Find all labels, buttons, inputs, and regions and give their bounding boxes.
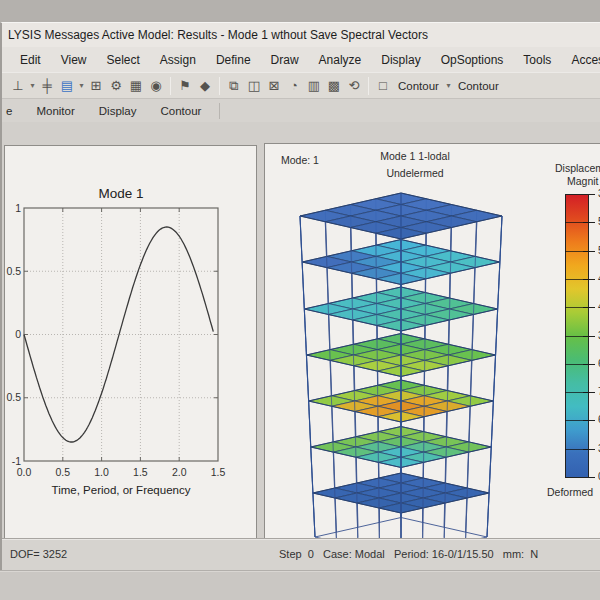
menu-item-tools[interactable]: Tools bbox=[513, 50, 561, 70]
toolbar-separator bbox=[219, 77, 220, 95]
layers-icon[interactable]: ▤ bbox=[57, 76, 77, 96]
columns-icon[interactable]: ▥ bbox=[304, 76, 324, 96]
sphere-icon[interactable]: ◉ bbox=[146, 76, 166, 96]
tab-row: eMonitorDisplayContour bbox=[2, 98, 600, 122]
dropdown-arrow-icon[interactable]: ▾ bbox=[77, 81, 86, 90]
table-icon[interactable]: ▦ bbox=[126, 76, 146, 96]
desktop: LYSIS Messages Active Model: Results - M… bbox=[0, 0, 600, 600]
tab-row-separator bbox=[219, 103, 220, 119]
pie-icon[interactable]: ◔ bbox=[284, 76, 304, 96]
workspace: Mode 10.00.51.01.52.01.510.500.5-1Time, … bbox=[2, 122, 600, 538]
app-window: LYSIS Messages Active Model: Results - M… bbox=[0, 22, 600, 570]
deformed-label: Deformed bbox=[547, 486, 593, 498]
menu-item-edit[interactable]: Edit bbox=[10, 50, 51, 70]
contour-folder-icon[interactable]: □ bbox=[373, 76, 393, 96]
x-axis-label: Time, Period, or Frequency bbox=[52, 484, 191, 496]
chart-check-icon[interactable]: ⊠ bbox=[264, 76, 284, 96]
x-tick-label: 0.5 bbox=[55, 466, 70, 478]
tab-monitor[interactable]: Monitor bbox=[24, 101, 86, 121]
y-tick-label: -1 bbox=[12, 455, 21, 467]
tab-contour[interactable]: Contour bbox=[148, 101, 213, 121]
model-view-panel[interactable]: Mode: 1 Mode 1 1-lodal Undelermed Displa… bbox=[264, 143, 600, 555]
grid-icon[interactable]: ⊞ bbox=[86, 76, 106, 96]
flag-icon[interactable]: ⚑ bbox=[175, 76, 195, 96]
dof-status: DOF= 3252 bbox=[10, 548, 67, 560]
toolbar-separator bbox=[170, 77, 171, 95]
legend-title-line2: Magnit bbox=[567, 175, 599, 187]
toolbar-separator bbox=[368, 77, 369, 95]
paste-icon[interactable]: ◫ bbox=[244, 76, 264, 96]
tab-e[interactable]: e bbox=[2, 101, 24, 121]
x-tick-label: 1.5 bbox=[211, 466, 226, 478]
legend-tick bbox=[583, 194, 595, 195]
contour-button-2[interactable]: Contour bbox=[453, 80, 504, 92]
blocks-icon[interactable]: ▩ bbox=[324, 76, 344, 96]
title-bar[interactable]: LYSIS Messages Active Model: Results - M… bbox=[2, 23, 600, 47]
y-tick-label: 0.5 bbox=[6, 265, 21, 277]
tab-display[interactable]: Display bbox=[87, 101, 149, 121]
contour-legend: 350504430670630 bbox=[565, 194, 600, 478]
rotate-3d-icon[interactable]: ⟲ bbox=[344, 76, 364, 96]
y-tick-label: 1 bbox=[15, 202, 21, 214]
plot-title: Mode 1 bbox=[98, 186, 143, 201]
menu-item-access[interactable]: Access bbox=[561, 50, 600, 70]
legend-title-line1: Displacem bbox=[555, 162, 600, 174]
menu-item-draw[interactable]: Draw bbox=[261, 50, 309, 70]
mode-shape-curve bbox=[24, 227, 213, 442]
window-title: LYSIS Messages Active Model: Results - M… bbox=[8, 28, 428, 42]
dropdown-arrow-icon[interactable]: ▾ bbox=[28, 81, 37, 90]
toolbar: ⊥▾╪▤▾⊞⚙▦◉⚑◆⧉◫⊠◔▥▩⟲□Contour▾Contour bbox=[2, 72, 600, 98]
menu-item-assign[interactable]: Assign bbox=[150, 50, 206, 70]
print-setup-icon[interactable]: ⊥ bbox=[8, 76, 28, 96]
dropdown-arrow-icon[interactable]: ▾ bbox=[444, 81, 453, 90]
menu-item-define[interactable]: Define bbox=[206, 50, 261, 70]
y-tick-label: 0.5 bbox=[6, 391, 21, 403]
compass-icon[interactable]: ◆ bbox=[195, 76, 215, 96]
copy-icon[interactable]: ⧉ bbox=[224, 76, 244, 96]
menu-bar: EditViewSelectAssignDefineDrawAnalyzeDis… bbox=[2, 47, 600, 72]
x-tick-label: 1.0 bbox=[94, 466, 109, 478]
mode1-function-plot: Mode 10.00.51.01.52.01.510.500.5-1Time, … bbox=[5, 146, 257, 555]
contour-button[interactable]: Contour bbox=[393, 80, 444, 92]
status-bar: DOF= 3252 Step 0 Case: Modal Period: 16-… bbox=[2, 538, 600, 571]
legend-tick bbox=[583, 477, 595, 478]
menu-item-opsoptions[interactable]: OpSoptions bbox=[431, 50, 514, 70]
x-tick-label: 1.5 bbox=[133, 466, 148, 478]
gear-icon[interactable]: ⚙ bbox=[106, 76, 126, 96]
case-status: Step 0 Case: Modal Period: 16-0/1/15.50 … bbox=[279, 548, 538, 560]
menu-item-analyze[interactable]: Analyze bbox=[309, 50, 372, 70]
mode-plot-panel[interactable]: Mode 10.00.51.01.52.01.510.500.5-1Time, … bbox=[4, 145, 257, 555]
bottom-strip bbox=[0, 570, 600, 600]
section-cut-icon[interactable]: ╪ bbox=[37, 76, 57, 96]
menu-item-select[interactable]: Select bbox=[96, 50, 149, 70]
menu-item-view[interactable]: View bbox=[51, 50, 97, 70]
x-tick-label: 0.0 bbox=[17, 466, 32, 478]
menu-item-display[interactable]: Display bbox=[371, 50, 430, 70]
y-tick-label: 0 bbox=[15, 328, 21, 340]
x-tick-label: 2.0 bbox=[172, 466, 187, 478]
